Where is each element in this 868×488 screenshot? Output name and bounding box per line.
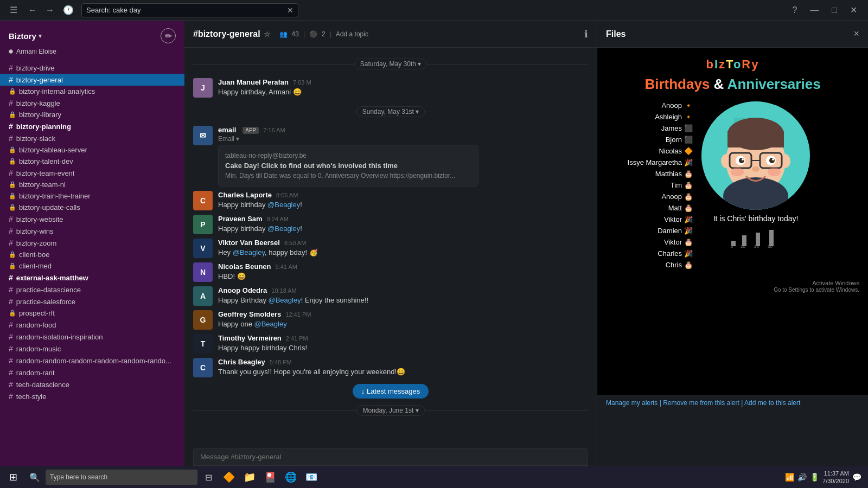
channel-item-biztory-tableau-server[interactable]: 🔒biztory-tableau-server: [0, 144, 184, 156]
maximize-button[interactable]: □: [827, 4, 841, 16]
minimize-button[interactable]: —: [806, 4, 823, 16]
user-name: Armani Eloise: [16, 48, 56, 55]
taskbar-search-box[interactable]: Type here to search: [46, 470, 197, 485]
channel-item-random-rant[interactable]: #random-rant: [0, 367, 184, 378]
bday-name-item: Tim🎂: [606, 181, 693, 189]
channel-name-label: external-ask-matthew: [16, 274, 88, 282]
hamburger-icon[interactable]: ☰: [7, 4, 21, 16]
channel-item-biztory-library[interactable]: 🔒biztory-library: [0, 109, 184, 120]
bday-person-name-label: Matt: [668, 204, 682, 212]
channel-item-random-food[interactable]: #random-food: [0, 319, 184, 331]
channel-item-biztory-website[interactable]: #biztory-website: [0, 213, 184, 225]
channel-item-tech-datascience[interactable]: #tech-datascience: [0, 378, 184, 390]
mention-link[interactable]: @Beagley: [269, 296, 301, 304]
search-clear-icon[interactable]: ✕: [287, 6, 293, 15]
workspace-name[interactable]: Biztory ▾: [9, 31, 42, 41]
message-author[interactable]: Chris Beagley: [218, 358, 265, 366]
channel-item-random-music[interactable]: #random-music: [0, 343, 184, 355]
channel-name: #biztory-general: [193, 29, 260, 39]
channel-item-biztory-talent-dev[interactable]: 🔒biztory-talent-dev: [0, 156, 184, 167]
channel-meta: 👥 43 | ⚫ 2 | Add a topic: [279, 30, 368, 38]
bday-person-name-label: Nicolas: [659, 147, 682, 155]
bday-name-item: Charles🎉: [606, 249, 693, 258]
bday-name-item: Ashleigh🔸: [606, 113, 693, 121]
message-author[interactable]: Nicolas Beunen: [218, 262, 271, 271]
channel-item-biztory-train-the-trainer[interactable]: 🔒biztory-train-the-trainer: [0, 190, 184, 202]
task-view-button[interactable]: ⊟: [199, 467, 218, 487]
search-taskbar-button[interactable]: 🔍: [25, 467, 44, 487]
message-author[interactable]: Anoop Odedra: [218, 286, 267, 294]
message-author[interactable]: Viktor Van Beersel: [218, 239, 280, 247]
channel-item-biztory-team-event[interactable]: #biztory-team-event: [0, 167, 184, 179]
date-label-monday[interactable]: Monday, June 1st ▾: [356, 405, 424, 416]
channel-item-external-ask-matthew[interactable]: #external-ask-matthew: [0, 272, 184, 284]
message-author[interactable]: Juan Manuel Perafan: [218, 78, 289, 86]
compose-button[interactable]: ✏: [161, 28, 176, 43]
mention-link[interactable]: @Beagley: [233, 248, 265, 256]
taskbar-icon-3[interactable]: 🎴: [260, 467, 280, 487]
bday-name-item: Anoop🎂: [606, 192, 693, 201]
start-button[interactable]: ⊞: [2, 467, 24, 487]
channel-item-client-med[interactable]: 🔒client-med: [0, 260, 184, 272]
global-search-bar[interactable]: ✕: [81, 3, 298, 17]
taskbar-icon-1[interactable]: 🔶: [219, 467, 239, 487]
files-close-button[interactable]: ×: [853, 28, 859, 40]
channel-item-biztory-internal-analytics[interactable]: 🔒biztory-internal-analytics: [0, 86, 184, 97]
battery-icon[interactable]: 🔋: [810, 473, 819, 481]
channel-item-biztory-zoom[interactable]: #biztory-zoom: [0, 237, 184, 249]
add-topic-link[interactable]: Add a topic: [336, 30, 368, 38]
bday-manage-links[interactable]: Manage my alerts | Remove me from this a…: [597, 395, 868, 411]
message-author[interactable]: Timothy Vermeiren: [218, 334, 282, 342]
message-header: Geoffrey Smolders12:41 PM: [218, 310, 588, 318]
message-author[interactable]: Geoffrey Smolders: [218, 310, 281, 318]
message-group: CCharles Laporte8:06 AMHappy birthday @B…: [184, 189, 597, 213]
info-icon[interactable]: ℹ: [584, 28, 588, 40]
message-header: Chris Beagley5:48 PM: [218, 358, 588, 366]
channel-item-biztory-drive[interactable]: #biztory-drive: [0, 62, 184, 74]
message-author[interactable]: Praveen Sam: [218, 215, 263, 223]
channel-item-biztory-planning[interactable]: #biztory-planning: [0, 120, 184, 132]
channel-item-biztory-wins[interactable]: #biztory-wins: [0, 225, 184, 237]
message-author[interactable]: Charles Laporte: [218, 191, 272, 199]
channel-item-random-isolation-inspiration[interactable]: #random-isolation-inspiration: [0, 331, 184, 343]
mention-link[interactable]: @Beagley: [267, 224, 300, 233]
mention-link[interactable]: @Beagley: [267, 201, 300, 209]
history-button[interactable]: 🕐: [60, 4, 77, 16]
channel-item-prospect-rft[interactable]: 🔒prospect-rft: [0, 307, 184, 319]
channel-item-biztory-general[interactable]: #biztory-general: [0, 74, 184, 86]
date-label[interactable]: Sunday, May 31st ▾: [356, 106, 425, 117]
forward-button[interactable]: →: [42, 4, 58, 16]
date-label[interactable]: Saturday, May 30th ▾: [354, 59, 427, 69]
channel-item-biztory-kaggle[interactable]: #biztory-kaggle: [0, 97, 184, 109]
help-button[interactable]: ?: [788, 4, 801, 16]
wifi-icon[interactable]: 📶: [785, 473, 794, 481]
mention-link[interactable]: @Beagley: [254, 320, 287, 328]
latest-messages-button[interactable]: ↓ Latest messages: [353, 384, 429, 399]
member-count: 43: [292, 30, 299, 38]
taskbar-icon-2[interactable]: 📁: [240, 467, 259, 487]
avatar: P: [193, 215, 213, 234]
message-input[interactable]: [200, 453, 581, 461]
channel-item-biztory-team-nl[interactable]: 🔒biztory-team-nl: [0, 179, 184, 190]
back-button[interactable]: ←: [25, 4, 40, 16]
channel-item-biztory-slack[interactable]: #biztory-slack: [0, 132, 184, 144]
message-author[interactable]: email: [218, 126, 236, 134]
email-card[interactable]: tableau-no-reply@biztory.beCake Day! Cli…: [218, 145, 478, 187]
search-input[interactable]: [86, 6, 287, 14]
channel-item-biztory-update-calls[interactable]: 🔒biztory-update-calls: [0, 202, 184, 213]
volume-icon[interactable]: 🔊: [797, 473, 807, 481]
message-header: emailAPP7:16 AM: [218, 126, 588, 134]
clock[interactable]: 11:37 AM 7/30/2020: [822, 470, 849, 485]
taskbar-icon-5[interactable]: 📧: [302, 467, 321, 487]
close-button[interactable]: ✕: [846, 4, 861, 16]
taskbar-icon-4[interactable]: 🌐: [281, 467, 301, 487]
star-icon[interactable]: ☆: [264, 30, 271, 38]
message-text: Happy birthday @Beagley!: [218, 224, 588, 234]
notification-icon[interactable]: 💬: [852, 473, 861, 481]
channel-item-tech-style[interactable]: #tech-style: [0, 390, 184, 402]
channel-name-label: practice-datascience: [16, 286, 81, 294]
channel-item-practice-datascience[interactable]: #practice-datascience: [0, 284, 184, 296]
channel-item-random-random-random-random-random-rando---[interactable]: #random-random-random-random-random-rand…: [0, 355, 184, 367]
channel-item-practice-salesforce[interactable]: #practice-salesforce: [0, 296, 184, 307]
channel-item-client-boe[interactable]: 🔒client-boe: [0, 249, 184, 260]
